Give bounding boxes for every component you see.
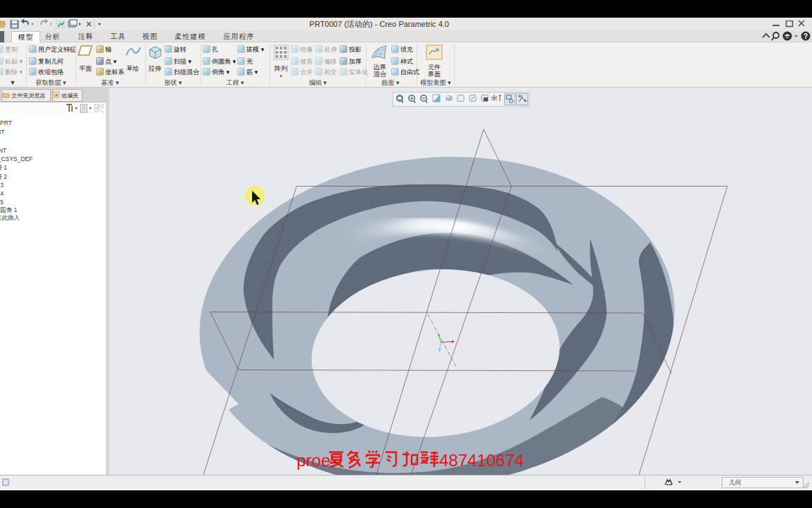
svg-text:?: ? [804, 33, 808, 40]
